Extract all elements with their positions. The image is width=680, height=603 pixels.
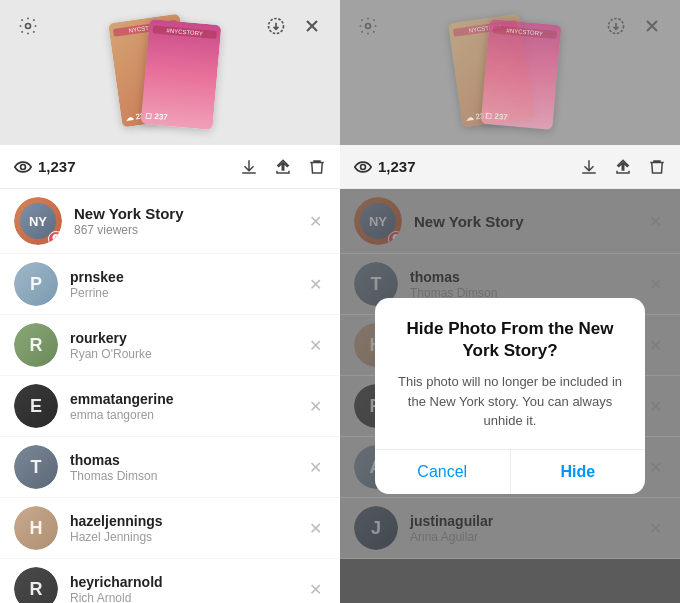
- viewer-name: Thomas Dimson: [70, 469, 305, 483]
- view-count-left: 1,237: [38, 158, 76, 175]
- viewer-username: heyricharnold: [70, 574, 305, 590]
- viewer-list-left: NY New York Story 867 viewers ✕ P prnske…: [0, 189, 340, 603]
- settings-icon-right[interactable]: [356, 14, 380, 38]
- story-header-row[interactable]: NY New York Story 867 viewers ✕: [0, 189, 340, 254]
- remove-btn[interactable]: ✕: [305, 271, 326, 298]
- delete-icon-right[interactable]: [648, 158, 666, 176]
- list-item[interactable]: H hazeljennings Hazel Jennings ✕: [0, 498, 340, 559]
- viewer-name: Perrine: [70, 286, 305, 300]
- avatar: E: [14, 384, 58, 428]
- viewer-info: emmatangerine emma tangoren: [70, 391, 305, 422]
- viewer-username: thomas: [70, 452, 305, 468]
- modal-body: This photo will no longer be included in…: [391, 372, 629, 431]
- share-icon-right[interactable]: [614, 158, 632, 176]
- story-avatar: NY: [14, 197, 62, 245]
- right-content-area: NY New York Story ✕ T thom: [340, 189, 680, 603]
- avatar: R: [14, 567, 58, 603]
- download-icon-left[interactable]: [240, 158, 258, 176]
- viewer-name: Hazel Jennings: [70, 530, 305, 544]
- story-preview-right: NYCSTORY ☁ 233 #NYCSTORY ◻ 237: [340, 0, 680, 145]
- stats-icons-right: [580, 158, 666, 176]
- list-item[interactable]: E emmatangerine emma tangoren ✕: [0, 376, 340, 437]
- list-item[interactable]: T thomas Thomas Dimson ✕: [0, 437, 340, 498]
- viewer-username: hazeljennings: [70, 513, 305, 529]
- list-item[interactable]: P prnskee Perrine ✕: [0, 254, 340, 315]
- right-panel: NYCSTORY ☁ 233 #NYCSTORY ◻ 237 1,237: [340, 0, 680, 603]
- share-icon-left[interactable]: [274, 158, 292, 176]
- viewer-info: hazeljennings Hazel Jennings: [70, 513, 305, 544]
- view-count-right: 1,237: [378, 158, 416, 175]
- remove-btn[interactable]: ✕: [305, 332, 326, 359]
- svg-point-3: [366, 24, 371, 29]
- story-preview-left: NYCSTORY ☁ 234 #NYCSTORY ◻ 237: [0, 0, 340, 145]
- settings-icon[interactable]: [16, 14, 40, 38]
- viewer-name: Ryan O'Rourke: [70, 347, 305, 361]
- remove-btn[interactable]: ✕: [305, 454, 326, 481]
- top-bar-right: [340, 14, 680, 38]
- download-circle-icon-right[interactable]: [604, 14, 628, 38]
- location-badge: [48, 231, 62, 245]
- left-panel: NYCSTORY ☁ 234 #NYCSTORY ◻ 237 1,237: [0, 0, 340, 603]
- viewer-name: Rich Arnold: [70, 591, 305, 604]
- delete-icon-left[interactable]: [308, 158, 326, 176]
- stats-icons-left: [240, 158, 326, 176]
- viewer-name: emma tangoren: [70, 408, 305, 422]
- viewer-username: emmatangerine: [70, 391, 305, 407]
- story-close-btn[interactable]: ✕: [305, 208, 326, 235]
- avatar: T: [14, 445, 58, 489]
- download-icon-right[interactable]: [580, 158, 598, 176]
- top-right-icons-right: [604, 14, 664, 38]
- viewer-info: rourkery Ryan O'Rourke: [70, 330, 305, 361]
- hide-button[interactable]: Hide: [511, 450, 646, 494]
- stats-bar-left: 1,237: [0, 145, 340, 189]
- viewer-info: heyricharnold Rich Arnold: [70, 574, 305, 604]
- viewer-username: rourkery: [70, 330, 305, 346]
- top-bar-left: [0, 14, 340, 38]
- story-subtitle: 867 viewers: [74, 223, 305, 237]
- modal-title: Hide Photo From the New York Story?: [391, 318, 629, 362]
- viewer-info: prnskee Perrine: [70, 269, 305, 300]
- modal-buttons: Cancel Hide: [375, 449, 645, 494]
- list-item[interactable]: R heyricharnold Rich Arnold ✕: [0, 559, 340, 603]
- close-icon[interactable]: [300, 14, 324, 38]
- stats-bar-right: 1,237: [340, 145, 680, 189]
- modal-overlay: Hide Photo From the New York Story? This…: [340, 189, 680, 603]
- hide-photo-modal: Hide Photo From the New York Story? This…: [375, 298, 645, 494]
- remove-btn[interactable]: ✕: [305, 515, 326, 542]
- story-header-info: New York Story 867 viewers: [74, 205, 305, 237]
- remove-btn[interactable]: ✕: [305, 576, 326, 603]
- views-count-right: 1,237: [354, 158, 416, 175]
- svg-point-2: [21, 164, 26, 169]
- viewer-info: thomas Thomas Dimson: [70, 452, 305, 483]
- download-circle-icon[interactable]: [264, 14, 288, 38]
- viewer-username: prnskee: [70, 269, 305, 285]
- story-username: New York Story: [74, 205, 305, 222]
- eye-icon: [14, 160, 32, 174]
- cancel-button[interactable]: Cancel: [375, 450, 511, 494]
- eye-icon-right: [354, 160, 372, 174]
- close-icon-right[interactable]: [640, 14, 664, 38]
- views-count-left: 1,237: [14, 158, 76, 175]
- list-item[interactable]: R rourkery Ryan O'Rourke ✕: [0, 315, 340, 376]
- top-right-icons: [264, 14, 324, 38]
- svg-point-5: [361, 164, 366, 169]
- avatar: R: [14, 323, 58, 367]
- avatar: H: [14, 506, 58, 550]
- avatar: P: [14, 262, 58, 306]
- remove-btn[interactable]: ✕: [305, 393, 326, 420]
- svg-point-0: [26, 24, 31, 29]
